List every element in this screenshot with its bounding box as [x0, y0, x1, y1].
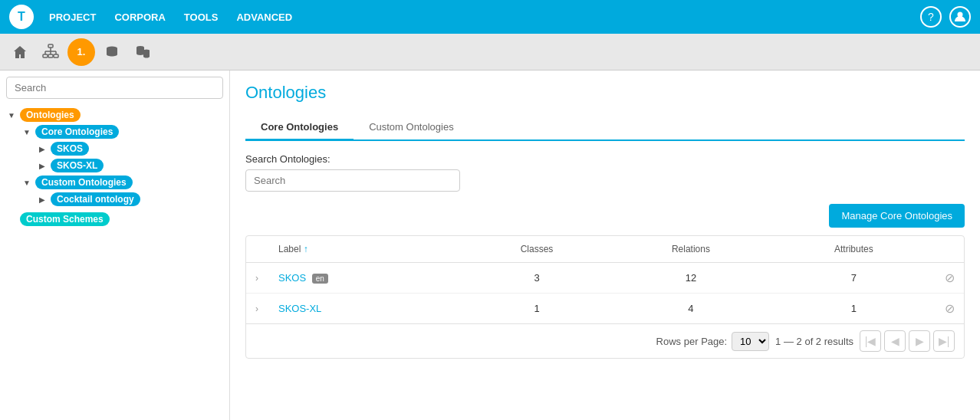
help-icon[interactable]: ? — [920, 6, 942, 28]
tabs: Core Ontologies Custom Ontologies — [245, 115, 965, 141]
database2-toolbar-icon[interactable] — [129, 38, 156, 66]
database-toolbar-icon[interactable] — [98, 38, 126, 66]
pagination-row: Rows per Page: 10 25 50 1 — 2 of 2 resul… — [246, 323, 964, 358]
rows-per-page-label: Rows per Page: — [656, 336, 728, 347]
nav-links: PROJECT CORPORA TOOLS ADVANCED — [49, 11, 905, 23]
col-classes: Classes — [464, 236, 610, 263]
tree-root-item: ▼ Ontologies — [6, 107, 223, 123]
custom-ontologies-label[interactable]: Custom Ontologies — [35, 176, 133, 189]
tree-root-children: ▼ Core Ontologies ▶ SKOS ▶ SKOS-XL ▼ Cus… — [6, 123, 223, 208]
cell-block-skosxl[interactable]: ⊘ — [936, 294, 964, 324]
cell-block-skos[interactable]: ⊘ — [936, 263, 964, 294]
svg-rect-3 — [48, 54, 53, 57]
skos-link[interactable]: SKOS — [278, 272, 306, 284]
cocktail-toggle[interactable]: ▶ — [37, 194, 48, 205]
ontologies-table: Label ↑ Classes Relations Attributes › — [245, 235, 965, 359]
sort-icon: ↑ — [304, 244, 308, 254]
cell-label-skosxl: SKOS-XL — [269, 294, 464, 324]
app-logo: T — [9, 5, 34, 29]
tab-core-ontologies[interactable]: Core Ontologies — [245, 115, 354, 141]
col-actions — [936, 236, 964, 263]
core-ontologies-label[interactable]: Core Ontologies — [35, 125, 119, 139]
skosxl-link[interactable]: SKOS-XL — [278, 303, 321, 314]
toolbar: 1. — [0, 34, 980, 71]
manage-core-ontologies-button[interactable]: Manage Core Ontologies — [829, 204, 965, 228]
table-row: › SKOS en 3 12 7 ⊘ — [246, 263, 964, 294]
skosxl-label[interactable]: SKOS-XL — [51, 159, 104, 172]
first-page-button[interactable]: |◀ — [860, 330, 881, 352]
col-attributes: Attributes — [772, 236, 936, 263]
skos-toggle[interactable]: ▶ — [37, 143, 48, 154]
badge-toolbar-icon[interactable]: 1. — [67, 38, 95, 66]
core-children: ▶ SKOS ▶ SKOS-XL — [21, 140, 223, 174]
col-expand — [246, 236, 269, 263]
search-ontologies-label: Search Ontologies: — [245, 153, 965, 165]
sidebar: ▼ Ontologies ▼ Core Ontologies ▶ SKOS ▶ … — [0, 71, 230, 420]
last-page-button[interactable]: ▶| — [933, 330, 955, 352]
tree-skosxl-item: ▶ SKOS-XL — [37, 157, 223, 174]
custom-children: ▶ Cocktail ontology — [21, 191, 223, 208]
rows-per-page: Rows per Page: 10 25 50 — [656, 332, 770, 351]
sidebar-search-input[interactable] — [6, 77, 223, 99]
col-label-text: Label — [278, 244, 301, 254]
badge-label: 1. — [77, 46, 86, 57]
page-title: Ontologies — [245, 83, 965, 103]
search-ontologies-input[interactable] — [245, 169, 460, 192]
cell-classes-skos: 3 — [464, 263, 610, 294]
manage-button-row: Manage Core Ontologies — [245, 204, 965, 235]
cell-attributes-skosxl: 1 — [772, 294, 936, 324]
cell-relations-skos: 12 — [610, 263, 771, 294]
table-row: › SKOS-XL 1 4 1 ⊘ — [246, 294, 964, 324]
top-navigation: T PROJECT CORPORA TOOLS ADVANCED ? — [0, 0, 980, 34]
row-expand-skos[interactable]: › — [246, 263, 269, 294]
nav-advanced[interactable]: ADVANCED — [236, 11, 292, 23]
tree-core-item: ▼ Core Ontologies — [21, 123, 223, 140]
block-icon-skosxl: ⊘ — [945, 302, 955, 315]
block-icon-skos: ⊘ — [945, 271, 955, 284]
core-toggle[interactable]: ▼ — [21, 126, 32, 137]
cell-attributes-skos: 7 — [772, 263, 936, 294]
user-icon[interactable] — [949, 6, 971, 28]
nav-project[interactable]: PROJECT — [49, 11, 96, 23]
tree-cocktail-item: ▶ Cocktail ontology — [37, 191, 223, 208]
skosxl-toggle[interactable]: ▶ — [37, 160, 48, 171]
svg-rect-2 — [43, 54, 48, 57]
rows-select[interactable]: 10 25 50 — [732, 332, 769, 351]
cell-label-skos: SKOS en — [269, 263, 464, 294]
prev-page-button[interactable]: ◀ — [884, 330, 906, 352]
nav-corpora[interactable]: CORPORA — [114, 11, 165, 23]
col-label[interactable]: Label ↑ — [269, 236, 464, 263]
main-layout: ▼ Ontologies ▼ Core Ontologies ▶ SKOS ▶ … — [0, 71, 980, 420]
result-text: 1 — 2 of 2 results — [775, 336, 853, 347]
skos-label[interactable]: SKOS — [51, 142, 89, 156]
nav-tools[interactable]: TOOLS — [184, 11, 219, 23]
hierarchy-toolbar-icon[interactable] — [37, 38, 64, 66]
home-toolbar-icon[interactable] — [6, 38, 34, 66]
tree-skos-item: ▶ SKOS — [37, 140, 223, 157]
svg-rect-4 — [54, 54, 58, 57]
next-page-button[interactable]: ▶ — [909, 330, 930, 352]
svg-rect-1 — [48, 44, 53, 48]
cell-relations-skosxl: 4 — [610, 294, 771, 324]
custom-toggle[interactable]: ▼ — [21, 177, 32, 188]
page-navigation: |◀ ◀ ▶ ▶| — [860, 330, 955, 352]
col-relations: Relations — [610, 236, 771, 263]
tab-custom-ontologies[interactable]: Custom Ontologies — [354, 115, 469, 141]
content-area: Ontologies Core Ontologies Custom Ontolo… — [230, 71, 980, 420]
ontologies-root-label[interactable]: Ontologies — [20, 108, 81, 122]
tree-custom-schemes-item: Custom Schemes — [6, 211, 223, 228]
cell-classes-skosxl: 1 — [464, 294, 610, 324]
tree-custom-item: ▼ Custom Ontologies — [21, 174, 223, 191]
cocktail-label[interactable]: Cocktail ontology — [51, 192, 140, 206]
custom-schemes-label[interactable]: Custom Schemes — [20, 212, 110, 226]
root-toggle[interactable]: ▼ — [6, 110, 17, 120]
lang-badge-skos: en — [312, 274, 328, 284]
row-expand-skosxl[interactable]: › — [246, 294, 269, 324]
nav-icons: ? — [920, 6, 971, 28]
